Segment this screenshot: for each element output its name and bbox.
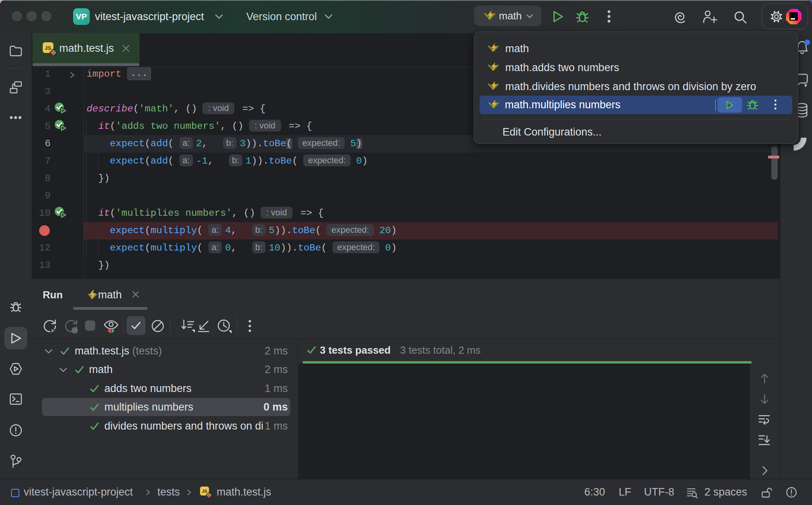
svg-text:JS: JS [45,45,51,51]
svg-text:JS: JS [202,489,207,494]
